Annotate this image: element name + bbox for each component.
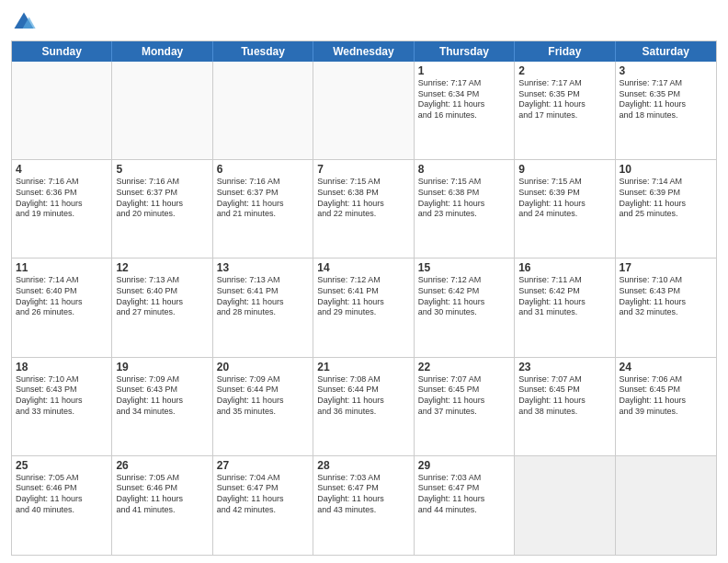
day-number: 14 [317,261,409,274]
day-number: 21 [317,361,409,373]
day-info: Sunrise: 7:05 AM Sunset: 6:46 PM Dayligh… [16,473,108,516]
day-info: Sunrise: 7:11 AM Sunset: 6:42 PM Dayligh… [518,275,610,318]
day-cell-15: 15Sunrise: 7:12 AM Sunset: 6:42 PM Dayli… [415,259,515,356]
day-info: Sunrise: 7:16 AM Sunset: 6:37 PM Dayligh… [217,177,309,220]
day-number: 3 [620,64,712,77]
day-info: Sunrise: 7:07 AM Sunset: 6:45 PM Dayligh… [418,374,510,418]
weekday-header-monday: Monday [112,41,212,62]
day-info: Sunrise: 7:09 AM Sunset: 6:44 PM Dayligh… [217,374,309,418]
calendar-row-0: 1Sunrise: 7:17 AM Sunset: 6:34 PM Daylig… [12,62,716,160]
day-cell-21: 21Sunrise: 7:08 AM Sunset: 6:44 PM Dayli… [313,358,414,455]
day-number: 4 [16,163,108,176]
calendar-row-1: 4Sunrise: 7:16 AM Sunset: 6:36 PM Daylig… [12,160,716,259]
day-number: 18 [16,361,108,373]
day-info: Sunrise: 7:15 AM Sunset: 6:38 PM Dayligh… [418,177,510,220]
calendar-row-2: 11Sunrise: 7:14 AM Sunset: 6:40 PM Dayli… [12,259,716,357]
day-number: 1 [418,64,510,77]
day-info: Sunrise: 7:04 AM Sunset: 6:47 PM Dayligh… [217,473,309,516]
day-cell-10: 10Sunrise: 7:14 AM Sunset: 6:39 PM Dayli… [616,160,716,258]
day-number: 25 [16,459,108,472]
day-info: Sunrise: 7:12 AM Sunset: 6:42 PM Dayligh… [418,275,510,318]
day-cell-18: 18Sunrise: 7:10 AM Sunset: 6:43 PM Dayli… [12,358,112,455]
logo [11,9,40,35]
day-number: 17 [620,261,712,274]
day-cell-14: 14Sunrise: 7:12 AM Sunset: 6:41 PM Dayli… [313,259,414,356]
day-cell-19: 19Sunrise: 7:09 AM Sunset: 6:43 PM Dayli… [112,358,212,455]
calendar: SundayMondayTuesdayWednesdayThursdayFrid… [11,40,717,556]
day-number: 7 [317,163,409,176]
day-cell-12: 12Sunrise: 7:13 AM Sunset: 6:40 PM Dayli… [112,259,212,356]
header [11,9,717,35]
calendar-row-4: 25Sunrise: 7:05 AM Sunset: 6:46 PM Dayli… [12,456,716,555]
day-number: 13 [217,261,309,274]
calendar-row-3: 18Sunrise: 7:10 AM Sunset: 6:43 PM Dayli… [12,358,716,456]
day-cell-26: 26Sunrise: 7:05 AM Sunset: 6:46 PM Dayli… [112,456,212,555]
day-info: Sunrise: 7:03 AM Sunset: 6:47 PM Dayligh… [317,473,409,516]
day-cell-27: 27Sunrise: 7:04 AM Sunset: 6:47 PM Dayli… [213,456,313,555]
day-cell-25: 25Sunrise: 7:05 AM Sunset: 6:46 PM Dayli… [12,456,112,555]
day-number: 12 [116,261,208,274]
page: SundayMondayTuesdayWednesdayThursdayFrid… [0,0,728,563]
day-info: Sunrise: 7:16 AM Sunset: 6:37 PM Dayligh… [116,177,208,220]
day-info: Sunrise: 7:08 AM Sunset: 6:44 PM Dayligh… [317,374,409,418]
empty-cell [313,62,414,159]
logo-icon [11,9,37,35]
empty-cell [213,62,313,159]
day-info: Sunrise: 7:15 AM Sunset: 6:39 PM Dayligh… [518,177,610,220]
day-info: Sunrise: 7:13 AM Sunset: 6:40 PM Dayligh… [116,275,208,318]
day-cell-7: 7Sunrise: 7:15 AM Sunset: 6:38 PM Daylig… [313,160,414,258]
day-cell-4: 4Sunrise: 7:16 AM Sunset: 6:36 PM Daylig… [12,160,112,258]
day-number: 27 [217,459,309,472]
day-number: 19 [116,361,208,373]
day-number: 16 [518,261,610,274]
empty-cell [515,456,615,555]
day-info: Sunrise: 7:09 AM Sunset: 6:43 PM Dayligh… [116,374,208,418]
day-info: Sunrise: 7:10 AM Sunset: 6:43 PM Dayligh… [620,275,712,318]
day-info: Sunrise: 7:16 AM Sunset: 6:36 PM Dayligh… [16,177,108,220]
day-info: Sunrise: 7:14 AM Sunset: 6:40 PM Dayligh… [16,275,108,318]
day-number: 29 [418,459,510,472]
day-info: Sunrise: 7:06 AM Sunset: 6:45 PM Dayligh… [620,374,712,418]
day-cell-28: 28Sunrise: 7:03 AM Sunset: 6:47 PM Dayli… [313,456,414,555]
day-cell-3: 3Sunrise: 7:17 AM Sunset: 6:35 PM Daylig… [616,62,716,159]
day-number: 11 [16,261,108,274]
calendar-body: 1Sunrise: 7:17 AM Sunset: 6:34 PM Daylig… [12,62,716,555]
day-number: 26 [116,459,208,472]
day-cell-13: 13Sunrise: 7:13 AM Sunset: 6:41 PM Dayli… [213,259,313,356]
weekday-header-saturday: Saturday [616,41,716,62]
day-cell-5: 5Sunrise: 7:16 AM Sunset: 6:37 PM Daylig… [112,160,212,258]
day-number: 28 [317,459,409,472]
day-number: 15 [418,261,510,274]
day-info: Sunrise: 7:13 AM Sunset: 6:41 PM Dayligh… [217,275,309,318]
day-cell-23: 23Sunrise: 7:07 AM Sunset: 6:45 PM Dayli… [515,358,615,455]
day-cell-8: 8Sunrise: 7:15 AM Sunset: 6:38 PM Daylig… [415,160,515,258]
day-cell-24: 24Sunrise: 7:06 AM Sunset: 6:45 PM Dayli… [616,358,716,455]
day-number: 2 [518,64,610,77]
day-number: 9 [518,163,610,176]
day-cell-9: 9Sunrise: 7:15 AM Sunset: 6:39 PM Daylig… [515,160,615,258]
day-info: Sunrise: 7:07 AM Sunset: 6:45 PM Dayligh… [518,374,610,418]
day-info: Sunrise: 7:14 AM Sunset: 6:39 PM Dayligh… [620,177,712,220]
day-cell-17: 17Sunrise: 7:10 AM Sunset: 6:43 PM Dayli… [616,259,716,356]
day-info: Sunrise: 7:05 AM Sunset: 6:46 PM Dayligh… [116,473,208,516]
weekday-header-sunday: Sunday [12,41,112,62]
day-info: Sunrise: 7:17 AM Sunset: 6:34 PM Dayligh… [418,78,510,121]
day-number: 22 [418,361,510,373]
day-cell-29: 29Sunrise: 7:03 AM Sunset: 6:47 PM Dayli… [415,456,515,555]
day-number: 5 [116,163,208,176]
day-number: 23 [518,361,610,373]
day-number: 8 [418,163,510,176]
day-info: Sunrise: 7:15 AM Sunset: 6:38 PM Dayligh… [317,177,409,220]
day-cell-2: 2Sunrise: 7:17 AM Sunset: 6:35 PM Daylig… [515,62,615,159]
weekday-header-wednesday: Wednesday [313,41,414,62]
empty-cell [12,62,112,159]
day-info: Sunrise: 7:03 AM Sunset: 6:47 PM Dayligh… [418,473,510,516]
day-info: Sunrise: 7:12 AM Sunset: 6:41 PM Dayligh… [317,275,409,318]
day-cell-6: 6Sunrise: 7:16 AM Sunset: 6:37 PM Daylig… [213,160,313,258]
calendar-header: SundayMondayTuesdayWednesdayThursdayFrid… [12,41,716,62]
day-info: Sunrise: 7:10 AM Sunset: 6:43 PM Dayligh… [16,374,108,418]
day-cell-22: 22Sunrise: 7:07 AM Sunset: 6:45 PM Dayli… [415,358,515,455]
day-cell-1: 1Sunrise: 7:17 AM Sunset: 6:34 PM Daylig… [415,62,515,159]
day-number: 10 [620,163,712,176]
day-cell-11: 11Sunrise: 7:14 AM Sunset: 6:40 PM Dayli… [12,259,112,356]
